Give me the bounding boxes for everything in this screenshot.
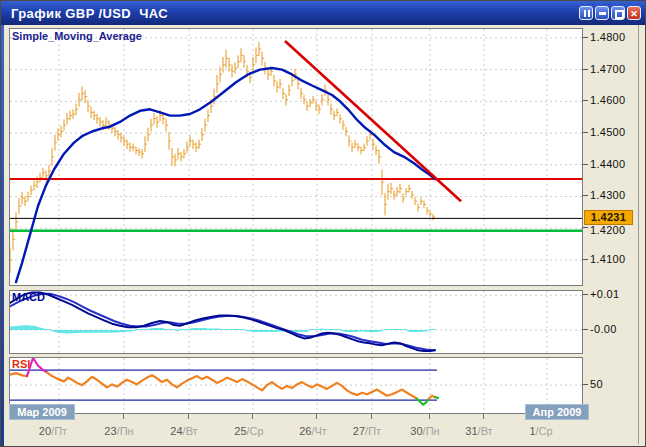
axis-tick <box>583 69 588 70</box>
date-label: 1/Ср <box>529 425 552 437</box>
month-badge-april: Апр 2009 <box>525 404 589 420</box>
minimize-button[interactable] <box>595 6 609 20</box>
maximize-button[interactable] <box>611 6 625 20</box>
title-bar[interactable]: График GBP /USD ЧАС <box>1 1 646 25</box>
rsi-panel[interactable] <box>9 357 583 414</box>
month-badge-march: Мар 2009 <box>9 404 75 420</box>
chart-window: { "window": { "title": "График GBP /USD … <box>0 0 646 447</box>
window-controls <box>579 6 641 20</box>
axis-tick <box>583 294 588 295</box>
price-tick-label: 1.4500 <box>590 126 625 138</box>
date-label: 25/Ср <box>234 425 263 437</box>
window-title: График GBP /USD ЧАС <box>11 6 168 21</box>
pause-icon <box>580 7 592 19</box>
close-icon <box>628 7 640 19</box>
minimize-icon <box>596 7 608 19</box>
axis-tick <box>583 164 588 165</box>
axis-separator-line <box>638 25 639 444</box>
axis-tick <box>583 259 588 260</box>
price-chart-panel[interactable] <box>9 28 583 286</box>
close-button[interactable] <box>627 6 641 20</box>
date-label: 24/Вт <box>170 425 197 437</box>
rsi-tick-label: 50 <box>590 378 603 390</box>
axis-tick <box>583 329 588 330</box>
window-frame-left <box>1 1 4 447</box>
price-tick-label: 1.4200 <box>590 224 625 236</box>
price-tick-label: 1.4400 <box>590 158 625 170</box>
date-label: 30/Пн <box>410 425 439 437</box>
date-label: 20/Пт <box>39 425 67 437</box>
axis-tick <box>583 195 588 196</box>
axis-tick <box>583 227 588 228</box>
macd-tick-label: -0.00 <box>590 323 617 335</box>
date-label: 31/Вт <box>465 425 492 437</box>
macd-tick-label: +0.01 <box>590 288 619 300</box>
price-tick-label: 1.4800 <box>590 31 625 43</box>
axis-tick <box>583 37 588 38</box>
date-label: 27/Пт <box>353 425 381 437</box>
price-tick-label: 1.4700 <box>590 63 625 75</box>
maximize-icon <box>612 7 624 19</box>
price-tick-label: 1.4600 <box>590 94 625 106</box>
macd-panel[interactable] <box>9 290 583 354</box>
pause-button[interactable] <box>579 6 593 20</box>
axis-tick <box>583 384 588 385</box>
current-price-tag: 1.4231 <box>584 210 633 225</box>
axis-tick <box>583 132 588 133</box>
price-tick-label: 1.4100 <box>590 253 625 265</box>
date-label: 23/Пн <box>104 425 133 437</box>
axis-tick <box>583 100 588 101</box>
price-tick-label: 1.4300 <box>590 189 625 201</box>
date-label: 26/Чт <box>299 425 327 437</box>
